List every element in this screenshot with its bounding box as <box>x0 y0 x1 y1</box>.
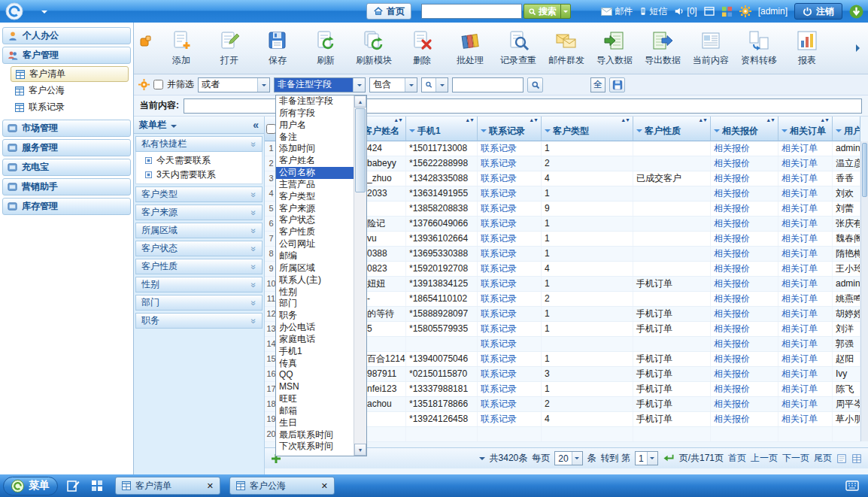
global-search-input[interactable] <box>421 4 522 19</box>
column-header-customer-nature[interactable]: 客户性质 <box>633 117 711 141</box>
chevron-down-icon[interactable] <box>41 11 47 17</box>
dropdown-item[interactable]: 客户类型 <box>276 191 354 203</box>
apps-grid-button[interactable] <box>721 6 733 17</box>
logic-operator-select[interactable]: 或者 <box>198 77 270 92</box>
collapse-panel-button[interactable]: « <box>253 119 259 131</box>
go-to-page-button[interactable] <box>663 453 675 463</box>
orders-link[interactable]: 相关订单 <box>782 248 818 259</box>
dropdown-item[interactable]: 下次联系时间 <box>276 441 354 453</box>
orders-link[interactable]: 相关订单 <box>782 173 818 183</box>
sort-arrows-icon[interactable] <box>393 117 402 123</box>
quotes-link[interactable]: 相关报价 <box>714 188 750 198</box>
compose-icon[interactable] <box>64 477 82 495</box>
dropdown-item[interactable]: 办公电话 <box>276 322 354 334</box>
contact-log-link[interactable]: 联系记录 <box>481 368 517 379</box>
export-data-button[interactable]: 导出数据 <box>639 25 687 71</box>
quotes-link[interactable]: 相关报价 <box>714 173 750 183</box>
dropdown-item[interactable]: 部门 <box>276 298 354 310</box>
search-mode-select[interactable] <box>421 77 448 92</box>
close-icon[interactable]: ✕ <box>207 481 214 491</box>
delete-button[interactable]: 删除 <box>398 25 446 71</box>
orders-link[interactable]: 相关订单 <box>782 323 818 334</box>
menu-button[interactable]: 菜单 <box>3 477 58 495</box>
menu-panel-group[interactable]: 客户性质 <box>135 259 263 274</box>
menu-panel-group[interactable]: 职务 <box>135 313 263 329</box>
data-transfer-button[interactable]: 资料转移 <box>735 25 783 71</box>
dropdown-item[interactable]: 主营产品 <box>276 179 354 191</box>
quotes-link[interactable]: 相关报价 <box>714 143 750 153</box>
sort-arrows-icon[interactable] <box>621 117 630 123</box>
scrollbar-thumb[interactable] <box>355 108 366 192</box>
next-page-link[interactable]: 下一页 <box>782 452 809 465</box>
select-all-button[interactable]: 全 <box>590 77 605 92</box>
dropdown-item[interactable]: 所属区域 <box>276 262 354 274</box>
column-header-customer-type[interactable]: 客户类型 <box>542 117 633 141</box>
contact-log-link[interactable]: 联系记录 <box>481 188 517 198</box>
sound-indicator[interactable]: [0] <box>674 6 697 17</box>
and-filter-checkbox[interactable] <box>153 80 163 89</box>
sidebar-group[interactable]: 营销助手 <box>2 178 131 195</box>
quotes-link[interactable]: 相关报价 <box>714 158 750 168</box>
dropdown-item[interactable]: 最后联系时间 <box>276 429 354 441</box>
orders-link[interactable]: 相关订单 <box>782 308 818 319</box>
refresh-module-button[interactable]: 刷新模块 <box>350 25 398 71</box>
dropdown-item[interactable]: 生日 <box>276 417 354 429</box>
report-button[interactable]: 报表 <box>783 25 831 71</box>
dropdown-item[interactable]: 公司名称 <box>276 167 354 179</box>
sidebar-group[interactable]: 市场管理 <box>2 120 131 137</box>
mail-button[interactable]: 邮件 <box>601 5 633 18</box>
sidebar-subitem[interactable]: 联系记录 <box>11 99 129 115</box>
orders-link[interactable]: 相关订单 <box>782 293 818 304</box>
contact-log-link[interactable]: 联系记录 <box>481 278 517 289</box>
sort-arrows-icon[interactable] <box>820 117 829 123</box>
first-page-link[interactable]: 首页 <box>728 452 746 465</box>
logout-button[interactable]: 注销 <box>794 3 842 20</box>
toolbar-more-icon[interactable] <box>856 44 863 52</box>
filter-search-button[interactable] <box>527 77 543 92</box>
dropdown-item[interactable]: 手机1 <box>276 346 354 358</box>
contact-log-link[interactable]: 联系记录 <box>481 383 517 394</box>
sidebar-item-customer-management[interactable]: 客户管理 <box>2 47 131 64</box>
column-header-username[interactable]: 用户名 <box>833 117 860 141</box>
quotes-link[interactable]: 相关报价 <box>714 353 750 364</box>
menu-panel-group[interactable]: 客户来源 <box>135 205 263 220</box>
dropdown-item[interactable]: 添加时间 <box>276 143 354 155</box>
dropdown-item[interactable]: 客户状态 <box>276 214 354 226</box>
menu-panel-group[interactable]: 客户状态 <box>135 241 263 256</box>
settings-button[interactable] <box>739 5 751 17</box>
orders-link[interactable]: 相关订单 <box>782 368 818 379</box>
sidebar-subitem[interactable]: 客户清单 <box>11 66 129 82</box>
sidebar-group[interactable]: 服务管理 <box>2 139 131 156</box>
menu-panel-header[interactable]: 菜单栏 « <box>134 117 264 134</box>
orders-link[interactable]: 相关订单 <box>782 158 818 168</box>
quotes-link[interactable]: 相关报价 <box>714 308 750 319</box>
dropdown-item[interactable]: 所有字段 <box>276 108 354 120</box>
save-filter-button[interactable] <box>609 77 625 92</box>
dropdown-item[interactable]: 客户性质 <box>276 226 354 238</box>
contact-log-link[interactable]: 联系记录 <box>481 308 517 319</box>
task-tab-customer-list[interactable]: 客户清单 ✕ <box>115 477 220 495</box>
quotes-link[interactable]: 相关报价 <box>714 323 750 334</box>
quotes-link[interactable]: 相关报价 <box>714 293 750 304</box>
dropdown-item[interactable]: 家庭电话 <box>276 334 354 346</box>
dropdown-item[interactable]: 邮箱 <box>276 405 354 417</box>
contact-log-link[interactable]: 联系记录 <box>481 353 517 364</box>
quotes-link[interactable]: 相关报价 <box>714 248 750 259</box>
contact-log-link[interactable]: 联系记录 <box>481 248 517 259</box>
dropdown-item[interactable]: 客户姓名 <box>276 155 354 167</box>
dropdown-item[interactable]: QQ <box>276 369 354 381</box>
contact-log-link[interactable]: 联系记录 <box>481 218 517 229</box>
chevron-down-icon[interactable] <box>479 457 485 463</box>
dropdown-item[interactable]: MSN <box>276 381 354 393</box>
contact-log-link[interactable]: 联系记录 <box>481 399 517 409</box>
quick-link-item[interactable]: 今天需要联系 <box>136 153 262 168</box>
quotes-link[interactable]: 相关报价 <box>714 399 750 409</box>
contact-log-link[interactable]: 联系记录 <box>481 173 517 183</box>
quotes-link[interactable]: 相关报价 <box>714 383 750 394</box>
download-arrow-icon[interactable] <box>849 5 863 19</box>
orders-link[interactable]: 相关订单 <box>782 263 818 274</box>
sidebar-item-personal-office[interactable]: 个人办公 <box>2 27 131 44</box>
scrollbar-thumb[interactable] <box>862 143 867 197</box>
dropdown-item[interactable]: 客户来源 <box>276 203 354 215</box>
sort-arrows-icon[interactable] <box>465 117 474 123</box>
